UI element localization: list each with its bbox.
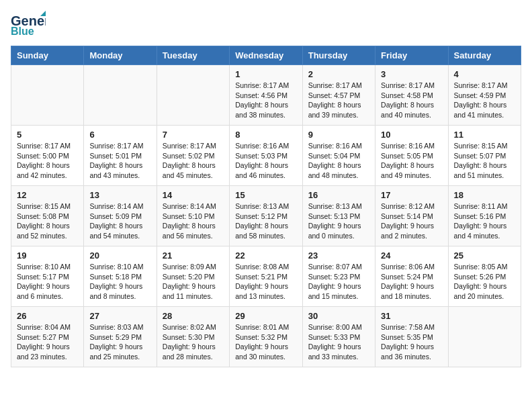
- calendar-table: SundayMondayTuesdayWednesdayThursdayFrid…: [11, 46, 521, 367]
- day-info: Sunrise: 8:16 AM Sunset: 5:03 PM Dayligh…: [235, 141, 296, 181]
- day-info: Sunrise: 8:14 AM Sunset: 5:10 PM Dayligh…: [163, 201, 224, 241]
- calendar-cell: 14Sunrise: 8:14 AM Sunset: 5:10 PM Dayli…: [157, 186, 229, 246]
- day-header-thursday: Thursday: [302, 46, 375, 65]
- calendar-cell: 29Sunrise: 8:01 AM Sunset: 5:32 PM Dayli…: [230, 307, 302, 367]
- day-number: 27: [89, 311, 150, 321]
- day-info: Sunrise: 8:08 AM Sunset: 5:21 PM Dayligh…: [235, 262, 296, 302]
- day-header-friday: Friday: [375, 46, 448, 65]
- calendar-cell: 3Sunrise: 8:17 AM Sunset: 4:58 PM Daylig…: [375, 65, 448, 126]
- calendar-cell: 13Sunrise: 8:14 AM Sunset: 5:09 PM Dayli…: [84, 186, 157, 246]
- calendar-cell: 19Sunrise: 8:10 AM Sunset: 5:17 PM Dayli…: [11, 246, 84, 307]
- calendar-week-5: 26Sunrise: 8:04 AM Sunset: 5:27 PM Dayli…: [11, 307, 521, 367]
- calendar-cell: 23Sunrise: 8:07 AM Sunset: 5:23 PM Dayli…: [302, 246, 375, 307]
- calendar-week-2: 5Sunrise: 8:17 AM Sunset: 5:00 PM Daylig…: [11, 126, 521, 186]
- day-info: Sunrise: 8:17 AM Sunset: 4:56 PM Dayligh…: [235, 81, 296, 120]
- day-header-monday: Monday: [84, 46, 157, 65]
- calendar-cell: 16Sunrise: 8:13 AM Sunset: 5:13 PM Dayli…: [302, 186, 375, 246]
- calendar-cell: 31Sunrise: 7:58 AM Sunset: 5:35 PM Dayli…: [375, 307, 448, 367]
- calendar-cell: 24Sunrise: 8:06 AM Sunset: 5:24 PM Dayli…: [375, 246, 448, 307]
- calendar-cell: 8Sunrise: 8:16 AM Sunset: 5:03 PM Daylig…: [230, 126, 302, 186]
- calendar-cell: 18Sunrise: 8:11 AM Sunset: 5:16 PM Dayli…: [448, 186, 521, 246]
- calendar-cell: 1Sunrise: 8:17 AM Sunset: 4:56 PM Daylig…: [230, 65, 302, 126]
- day-number: 7: [163, 130, 224, 140]
- day-header-wednesday: Wednesday: [230, 46, 302, 65]
- calendar-cell: 2Sunrise: 8:17 AM Sunset: 4:57 PM Daylig…: [302, 65, 375, 126]
- day-number: 6: [89, 130, 150, 140]
- calendar-cell: [11, 65, 84, 126]
- day-number: 5: [17, 130, 78, 140]
- day-info: Sunrise: 8:17 AM Sunset: 5:00 PM Dayligh…: [17, 141, 78, 181]
- day-number: 11: [454, 130, 515, 140]
- day-info: Sunrise: 8:13 AM Sunset: 5:12 PM Dayligh…: [235, 201, 296, 241]
- day-info: Sunrise: 8:16 AM Sunset: 5:04 PM Dayligh…: [308, 141, 369, 181]
- day-number: 29: [235, 311, 296, 321]
- day-number: 30: [308, 311, 369, 321]
- day-info: Sunrise: 8:10 AM Sunset: 5:17 PM Dayligh…: [17, 262, 78, 302]
- day-number: 8: [235, 130, 296, 140]
- calendar-cell: 20Sunrise: 8:10 AM Sunset: 5:18 PM Dayli…: [84, 246, 157, 307]
- day-number: 3: [381, 69, 442, 79]
- day-number: 23: [308, 250, 369, 261]
- day-info: Sunrise: 8:15 AM Sunset: 5:07 PM Dayligh…: [454, 141, 515, 181]
- calendar-cell: 15Sunrise: 8:13 AM Sunset: 5:12 PM Dayli…: [230, 186, 302, 246]
- day-number: 22: [235, 250, 296, 261]
- calendar-cell: 26Sunrise: 8:04 AM Sunset: 5:27 PM Dayli…: [11, 307, 84, 367]
- day-info: Sunrise: 8:16 AM Sunset: 5:05 PM Dayligh…: [381, 141, 442, 181]
- day-info: Sunrise: 8:17 AM Sunset: 4:57 PM Dayligh…: [308, 81, 369, 120]
- calendar-cell: 17Sunrise: 8:12 AM Sunset: 5:14 PM Dayli…: [375, 186, 448, 246]
- day-info: Sunrise: 7:58 AM Sunset: 5:35 PM Dayligh…: [381, 322, 442, 362]
- day-number: 15: [235, 190, 296, 200]
- day-number: 21: [163, 250, 224, 261]
- day-info: Sunrise: 8:09 AM Sunset: 5:20 PM Dayligh…: [163, 262, 224, 302]
- day-number: 14: [163, 190, 224, 200]
- logo-icon: General Blue: [11, 11, 46, 38]
- logo: General Blue: [11, 11, 46, 38]
- day-number: 17: [381, 190, 442, 200]
- day-info: Sunrise: 8:14 AM Sunset: 5:09 PM Dayligh…: [89, 201, 150, 241]
- calendar-cell: 25Sunrise: 8:05 AM Sunset: 5:26 PM Dayli…: [448, 246, 521, 307]
- day-number: 18: [454, 190, 515, 200]
- day-info: Sunrise: 8:06 AM Sunset: 5:24 PM Dayligh…: [381, 262, 442, 302]
- day-number: 10: [381, 130, 442, 140]
- day-number: 25: [454, 250, 515, 261]
- calendar-cell: 27Sunrise: 8:03 AM Sunset: 5:29 PM Dayli…: [84, 307, 157, 367]
- day-info: Sunrise: 8:12 AM Sunset: 5:14 PM Dayligh…: [381, 201, 442, 241]
- day-number: 13: [89, 190, 150, 200]
- calendar-cell: [157, 65, 229, 126]
- calendar-week-3: 12Sunrise: 8:15 AM Sunset: 5:08 PM Dayli…: [11, 186, 521, 246]
- calendar-cell: 10Sunrise: 8:16 AM Sunset: 5:05 PM Dayli…: [375, 126, 448, 186]
- calendar-cell: [448, 307, 521, 367]
- calendar-cell: [84, 65, 157, 126]
- day-info: Sunrise: 8:11 AM Sunset: 5:16 PM Dayligh…: [454, 201, 515, 241]
- day-info: Sunrise: 8:15 AM Sunset: 5:08 PM Dayligh…: [17, 201, 78, 241]
- calendar-header: SundayMondayTuesdayWednesdayThursdayFrid…: [11, 46, 521, 65]
- calendar-cell: 6Sunrise: 8:17 AM Sunset: 5:01 PM Daylig…: [84, 126, 157, 186]
- day-header-sunday: Sunday: [11, 46, 84, 65]
- day-info: Sunrise: 8:03 AM Sunset: 5:29 PM Dayligh…: [89, 322, 150, 362]
- page-header: General Blue: [11, 11, 521, 38]
- day-number: 19: [17, 250, 78, 261]
- day-number: 9: [308, 130, 369, 140]
- day-info: Sunrise: 8:00 AM Sunset: 5:33 PM Dayligh…: [308, 322, 369, 362]
- calendar-cell: 11Sunrise: 8:15 AM Sunset: 5:07 PM Dayli…: [448, 126, 521, 186]
- day-header-tuesday: Tuesday: [157, 46, 229, 65]
- svg-text:Blue: Blue: [11, 26, 34, 37]
- day-info: Sunrise: 8:10 AM Sunset: 5:18 PM Dayligh…: [89, 262, 150, 302]
- day-info: Sunrise: 8:13 AM Sunset: 5:13 PM Dayligh…: [308, 201, 369, 241]
- day-info: Sunrise: 8:05 AM Sunset: 5:26 PM Dayligh…: [454, 262, 515, 302]
- calendar-cell: 5Sunrise: 8:17 AM Sunset: 5:00 PM Daylig…: [11, 126, 84, 186]
- day-number: 26: [17, 311, 78, 321]
- day-info: Sunrise: 8:17 AM Sunset: 4:58 PM Dayligh…: [381, 81, 442, 120]
- day-number: 28: [163, 311, 224, 321]
- day-info: Sunrise: 8:17 AM Sunset: 5:01 PM Dayligh…: [89, 141, 150, 181]
- day-number: 31: [381, 311, 442, 321]
- calendar-cell: 12Sunrise: 8:15 AM Sunset: 5:08 PM Dayli…: [11, 186, 84, 246]
- day-number: 16: [308, 190, 369, 200]
- calendar-week-4: 19Sunrise: 8:10 AM Sunset: 5:17 PM Dayli…: [11, 246, 521, 307]
- calendar-cell: 21Sunrise: 8:09 AM Sunset: 5:20 PM Dayli…: [157, 246, 229, 307]
- day-number: 24: [381, 250, 442, 261]
- day-number: 4: [454, 69, 515, 79]
- day-number: 20: [89, 250, 150, 261]
- day-info: Sunrise: 8:17 AM Sunset: 5:02 PM Dayligh…: [163, 141, 224, 181]
- day-info: Sunrise: 8:07 AM Sunset: 5:23 PM Dayligh…: [308, 262, 369, 302]
